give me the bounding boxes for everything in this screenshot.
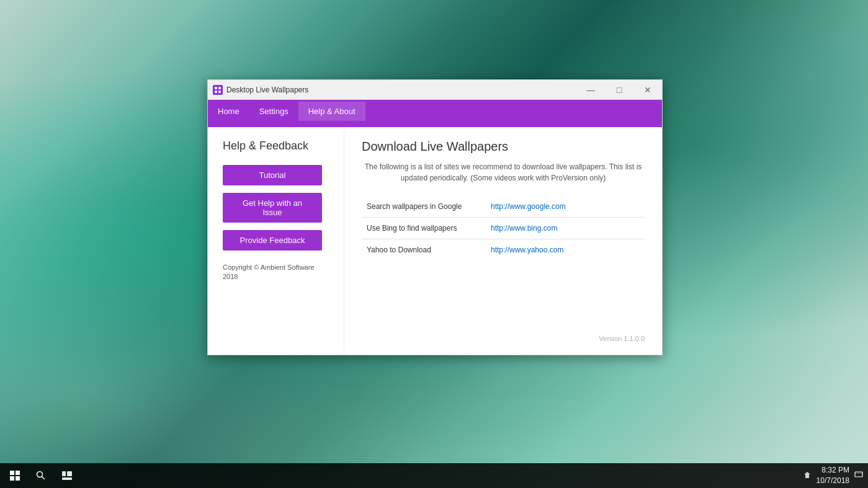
svg-rect-1 xyxy=(218,87,221,89)
network-icon[interactable] xyxy=(803,471,812,481)
menubar: Home Settings Help & About xyxy=(208,100,662,122)
site-url-3[interactable]: http://www.yahoo.com xyxy=(486,239,645,261)
site-name-2: Use Bing to find wallpapers xyxy=(362,218,486,239)
clock-date: 10/7/2018 xyxy=(817,476,849,486)
menu-home[interactable]: Home xyxy=(208,102,249,121)
content-wrapper: Help & Feedback Tutorial Get Help with a… xyxy=(208,122,662,355)
right-panel: Download Live Wallpapers The following i… xyxy=(344,127,662,355)
svg-rect-6 xyxy=(62,471,66,476)
taskbar: 8:32 PM 10/7/2018 xyxy=(0,463,868,488)
menu-settings[interactable]: Settings xyxy=(249,102,298,121)
titlebar-left: Desktop Live Wallpapers xyxy=(208,85,308,95)
window-controls: — □ ✕ xyxy=(576,80,662,100)
menu-help-about[interactable]: Help & About xyxy=(298,102,365,121)
taskbar-search-button[interactable] xyxy=(30,463,52,488)
site-name-3: Yahoo to Download xyxy=(362,239,486,261)
left-panel: Help & Feedback Tutorial Get Help with a… xyxy=(208,127,344,355)
table-row: Yahoo to Download http://www.yahoo.com xyxy=(362,239,645,261)
svg-rect-0 xyxy=(215,87,217,89)
provide-feedback-button[interactable]: Provide Feedback xyxy=(223,230,322,251)
maximize-button[interactable]: □ xyxy=(605,80,633,100)
clock-time: 8:32 PM xyxy=(817,465,849,476)
close-button[interactable]: ✕ xyxy=(633,80,662,100)
site-url-2[interactable]: http://www.bing.com xyxy=(486,218,645,239)
svg-rect-7 xyxy=(67,471,72,476)
titlebar: Desktop Live Wallpapers — □ ✕ xyxy=(208,80,662,100)
copyright-text: Copyright © Ambient Software 2018 xyxy=(223,263,329,282)
app-icon xyxy=(213,85,223,95)
download-title: Download Live Wallpapers xyxy=(362,140,645,154)
task-view-button[interactable] xyxy=(52,463,82,488)
notification-icon[interactable] xyxy=(854,471,863,481)
windows-logo-icon xyxy=(10,471,20,481)
start-button[interactable] xyxy=(0,463,30,488)
help-feedback-title: Help & Feedback xyxy=(223,140,329,153)
tutorial-button[interactable]: Tutorial xyxy=(223,165,322,185)
table-row: Use Bing to find wallpapers http://www.b… xyxy=(362,218,645,239)
svg-point-4 xyxy=(37,472,43,477)
purple-stripe xyxy=(208,122,662,127)
svg-line-5 xyxy=(42,477,45,480)
system-tray xyxy=(803,471,812,481)
window-title: Desktop Live Wallpapers xyxy=(226,86,308,94)
svg-rect-8 xyxy=(62,477,72,480)
taskbar-right: 8:32 PM 10/7/2018 xyxy=(803,465,868,486)
table-row: Search wallpapers in Google http://www.g… xyxy=(362,196,645,218)
version-text: Version 1.1.0.0 xyxy=(362,335,645,342)
taskbar-clock[interactable]: 8:32 PM 10/7/2018 xyxy=(817,465,849,486)
get-help-button[interactable]: Get Help with an Issue xyxy=(223,193,322,223)
svg-rect-2 xyxy=(215,91,217,93)
download-description: The following is a list of sites we reco… xyxy=(362,161,645,184)
taskbar-left xyxy=(0,463,82,488)
svg-rect-3 xyxy=(218,91,221,93)
content-inner: Help & Feedback Tutorial Get Help with a… xyxy=(208,127,662,355)
wallpaper-sites-table: Search wallpapers in Google http://www.g… xyxy=(362,196,645,260)
site-name-1: Search wallpapers in Google xyxy=(362,196,486,218)
site-url-1[interactable]: http://www.google.com xyxy=(486,196,645,218)
svg-rect-9 xyxy=(855,472,862,477)
minimize-button[interactable]: — xyxy=(576,80,605,100)
app-window: Desktop Live Wallpapers — □ ✕ Home Setti… xyxy=(207,79,663,355)
